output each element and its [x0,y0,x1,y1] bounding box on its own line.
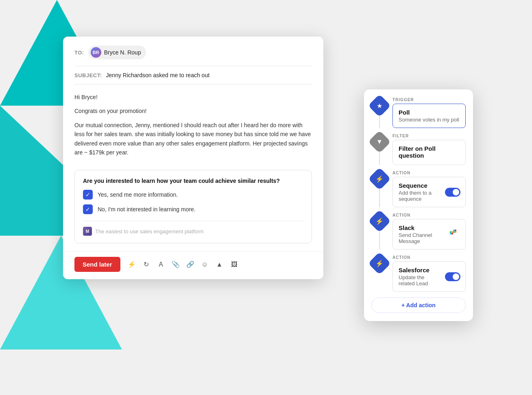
svg-rect-2 [451,231,453,233]
filter-title: Filter on Poll question [399,145,460,159]
refresh-icon[interactable]: ↻ [140,258,153,271]
svg-rect-4 [453,230,455,231]
salesforce-title: Salesforce [399,267,441,273]
avatar: BR [91,47,101,58]
filter-type-label: FILTER [392,134,466,138]
automation-step-salesforce: ⚡ ACTION Salesforce Update the related L… [371,255,466,292]
add-action-button[interactable]: + Add action [371,297,466,313]
poll-option-2: ✓ No, I'm not interested in learning mor… [83,204,303,214]
sequence-toggle-wrap [445,188,460,197]
text-format-icon[interactable]: A [155,258,168,271]
sequence-type-label: ACTION [392,171,466,175]
recipient-chip[interactable]: BR Bryce N. Roup [88,46,146,59]
automation-panel: ★ TRIGGER Poll Someone votes in my poll … [364,89,473,321]
sequence-subtitle: Add them to a sequence [399,190,441,202]
automation-step-sequence: ⚡ ACTION Sequence Add them to a sequence [371,171,466,207]
image-icon[interactable]: 🖼 [228,258,241,271]
sequence-card: Sequence Add them to a sequence [392,177,466,207]
email-toolbar: Send later ⚡ ↻ A 📎 🔗 ☺ ▲ 🖼 [63,252,323,279]
salesforce-type-label: ACTION [392,255,466,260]
email-compose-card: TO: BR Bryce N. Roup SUBJECT: Jenny Rich… [63,37,323,279]
filter-content: FILTER Filter on Poll question [392,134,466,165]
trigger-card: Poll Someone votes in my poll [392,104,466,128]
email-body: Hi Bryce! Congrats on your promotion! Ou… [63,85,323,170]
salesforce-toggle-wrap [445,272,460,281]
poll-widget: Are you interested to learn how your tea… [74,170,312,243]
poll-footer-text: The easiest to use sales engagement plat… [95,228,204,234]
trigger-subtitle: Someone votes in my poll [399,117,460,123]
email-subject-row: SUBJECT: Jenny Richardson asked me to re… [74,66,312,85]
to-label: TO: [74,50,84,56]
sequence-title: Sequence [399,182,441,189]
filter-card: Filter on Poll question [392,140,466,165]
svg-rect-3 [451,233,453,234]
salesforce-card: Salesforce Update the related Lead [392,261,466,292]
salesforce-subtitle: Update the related Lead [399,274,441,286]
slack-logo-wrap [447,227,460,242]
poll-footer: M The easiest to use sales engagement pl… [83,221,303,236]
automation-step-trigger: ★ TRIGGER Poll Someone votes in my poll [371,98,466,128]
body-text: Our mutual connection, Jenny, mentioned … [74,121,312,157]
svg-rect-0 [450,233,451,234]
greeting: Hi Bryce! [74,93,312,102]
sequence-toggle[interactable] [445,188,460,197]
slack-content: ACTION Slack Send Channel Message [392,213,466,250]
svg-rect-7 [455,230,456,231]
slack-card: Slack Send Channel Message [392,219,466,250]
email-header: TO: BR Bryce N. Roup SUBJECT: Jenny Rich… [63,37,323,85]
slack-type-label: ACTION [392,213,466,217]
svg-rect-5 [453,231,455,233]
poll-checkbox-2[interactable]: ✓ [83,204,93,214]
slack-logo-icon [447,227,460,240]
subject-text: Jenny Richardson asked me to reach out [106,72,209,78]
poll-option-text-1: Yes, send me more information. [98,191,178,198]
automation-step-slack: ⚡ ACTION Slack Send Channel Message [371,213,466,250]
svg-rect-6 [455,231,456,233]
recipient-name: Bryce N. Roup [104,49,141,56]
bolt-icon[interactable]: ⚡ [125,258,138,271]
drive-icon[interactable]: ▲ [213,258,226,271]
email-to-row: TO: BR Bryce N. Roup [74,46,312,66]
attach-icon[interactable]: 📎 [169,258,182,271]
slack-subtitle: Send Channel Message [399,232,441,244]
trigger-content: TRIGGER Poll Someone votes in my poll [392,98,466,128]
slack-action-icon: ⚡ [368,210,391,233]
automation-step-filter: ▼ FILTER Filter on Poll question [371,134,466,165]
poll-checkbox-1[interactable]: ✓ [83,190,93,200]
congrats: Congrats on your promotion! [74,106,312,115]
emoji-icon[interactable]: ☺ [198,258,211,271]
send-later-button[interactable]: Send later [74,257,120,272]
svg-rect-1 [450,231,451,233]
slack-title: Slack [399,224,441,231]
salesforce-toggle[interactable] [445,272,460,281]
filter-icon: ▼ [368,130,391,154]
poll-option-1: ✓ Yes, send me more information. [83,190,303,200]
subject-label: SUBJECT: [74,72,102,78]
sequence-action-icon: ⚡ [368,167,391,191]
poll-option-text-2: No, I'm not interested in learning more. [98,206,196,213]
link-icon[interactable]: 🔗 [184,258,197,271]
sequence-content: ACTION Sequence Add them to a sequence [392,171,466,207]
mixmax-logo-icon: M [83,227,92,236]
salesforce-action-icon: ⚡ [368,252,391,275]
salesforce-content: ACTION Salesforce Update the related Lea… [392,255,466,292]
trigger-icon: ★ [368,94,391,117]
poll-question: Are you interested to learn how your tea… [83,178,303,184]
trigger-type-label: TRIGGER [392,98,466,102]
trigger-title: Poll [399,109,460,116]
